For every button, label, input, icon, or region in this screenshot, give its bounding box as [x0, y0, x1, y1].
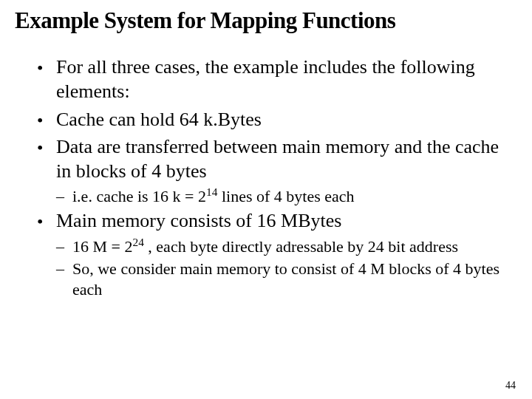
sub-bullet-text: i.e. cache is 16 k = 214 lines of 4 byte… — [72, 186, 517, 207]
bullet-text: Main memory consists of 16 MBytes — [56, 208, 517, 233]
bullet-text: For all three cases, the example include… — [56, 55, 517, 104]
page-number: 44 — [505, 380, 516, 392]
bullet-dot-icon: • — [37, 107, 56, 132]
bullet-dash-icon: – — [56, 236, 72, 257]
sub-bullet-item: – i.e. cache is 16 k = 214 lines of 4 by… — [56, 186, 517, 207]
slide-content: • For all three cases, the example inclu… — [15, 55, 517, 300]
bullet-text: Cache can hold 64 k.Bytes — [56, 107, 517, 132]
bullet-dot-icon: • — [37, 134, 56, 159]
bullet-text: Data are transferred between main memory… — [56, 134, 517, 184]
bullet-dash-icon: – — [56, 259, 72, 279]
sub-bullet-item: – 16 M = 224 , each byte directly adress… — [56, 236, 517, 257]
bullet-dot-icon: • — [37, 55, 56, 79]
bullet-item: • Main memory consists of 16 MBytes — [37, 208, 517, 233]
sub-bullet-text: So, we consider main memory to consist o… — [72, 259, 517, 300]
bullet-dot-icon: • — [37, 208, 56, 233]
bullet-dash-icon: – — [56, 186, 72, 207]
bullet-item: • Data are transferred between main memo… — [37, 134, 517, 184]
sub-bullet-text: 16 M = 224 , each byte directly adressab… — [72, 236, 517, 257]
sub-bullet-item: – So, we consider main memory to consist… — [56, 259, 517, 300]
bullet-item: • Cache can hold 64 k.Bytes — [37, 107, 517, 132]
bullet-item: • For all three cases, the example inclu… — [37, 55, 517, 104]
slide-title: Example System for Mapping Functions — [15, 7, 517, 34]
